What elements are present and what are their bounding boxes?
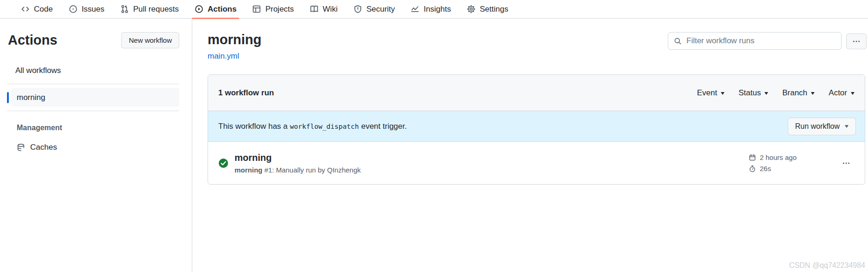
filter-label: Actor — [829, 88, 847, 98]
divider — [7, 84, 179, 84]
tab-pull-requests[interactable]: Pull requests — [112, 0, 187, 18]
kebab-horizontal-icon — [852, 37, 861, 46]
tab-wiki[interactable]: Wiki — [302, 0, 346, 18]
issue-opened-icon — [69, 5, 78, 13]
management-section-label: Management — [17, 124, 179, 132]
kebab-horizontal-icon — [842, 159, 850, 167]
run-workflow-label: Run workflow — [795, 122, 840, 131]
sidebar-item-morning[interactable]: morning — [11, 88, 179, 107]
filter-status[interactable]: Status — [738, 88, 768, 98]
workflow-runs-table: 1 workflow run Event Status Branch Actor — [208, 74, 865, 185]
banner-text: This workflow has aworkflow_dispatcheven… — [218, 122, 407, 131]
tab-label: Actions — [208, 5, 236, 14]
run-timestamp: 2 hours ago — [749, 153, 836, 161]
workflow-dispatch-banner: This workflow has aworkflow_dispatcheven… — [208, 111, 865, 142]
tab-label: Security — [366, 5, 395, 14]
repo-nav: Code Issues Pull requests Actions Projec… — [0, 0, 868, 19]
search-icon — [674, 37, 682, 45]
sidebar-item-caches[interactable]: Caches — [7, 138, 179, 157]
filter-runs-search — [668, 32, 842, 50]
chevron-down-icon — [811, 92, 815, 97]
play-circle-icon — [195, 5, 203, 13]
cache-icon — [17, 143, 25, 152]
tab-insights[interactable]: Insights — [403, 0, 459, 18]
tab-label: Code — [34, 5, 53, 14]
git-pull-request-icon — [120, 5, 129, 13]
chevron-down-icon — [845, 125, 848, 130]
run-name-link[interactable]: morning — [235, 153, 361, 163]
selected-accent-bar — [7, 92, 9, 103]
banner-text-after: event trigger. — [361, 122, 407, 131]
chevron-down-icon — [851, 92, 855, 97]
watermark: CSDN @qq742234984 — [789, 261, 865, 270]
book-icon — [310, 5, 319, 13]
shield-icon — [353, 5, 362, 13]
tab-issues[interactable]: Issues — [61, 0, 112, 18]
filter-label: Status — [738, 88, 761, 98]
tab-code[interactable]: Code — [13, 0, 61, 18]
filter-branch[interactable]: Branch — [782, 88, 815, 98]
actions-sidebar: Actions New workflow All workflows morni… — [0, 19, 192, 272]
run-description: morning #1: Manually run by QInzhengk — [235, 166, 361, 174]
table-icon — [252, 5, 261, 13]
code-icon — [21, 5, 30, 13]
main-content: morning main.yml 1 workflow run Event St… — [192, 19, 868, 272]
banner-text-before: This workflow has a — [218, 122, 287, 131]
check-circle-icon — [218, 158, 228, 168]
chevron-down-icon — [721, 92, 724, 97]
filter-event[interactable]: Event — [697, 88, 724, 98]
divider — [7, 111, 179, 111]
gear-icon — [467, 5, 476, 13]
graph-icon — [411, 5, 419, 13]
stopwatch-icon — [749, 165, 756, 172]
tab-label: Wiki — [323, 5, 338, 14]
run-description-workflow: morning — [235, 166, 262, 174]
runs-table-header: 1 workflow run Event Status Branch Actor — [208, 75, 865, 111]
tab-label: Issues — [82, 5, 104, 14]
tab-label: Projects — [265, 5, 294, 14]
filter-label: Event — [697, 88, 717, 98]
run-duration-value: 26s — [760, 165, 771, 172]
new-workflow-button[interactable]: New workflow — [121, 32, 179, 48]
sidebar-title: Actions — [8, 33, 57, 48]
workflow-options-button[interactable] — [846, 33, 867, 49]
workflow-run-row: morning morning #1: Manually run by QInz… — [208, 142, 865, 184]
tab-projects[interactable]: Projects — [244, 0, 301, 18]
chevron-down-icon — [764, 92, 768, 97]
tab-settings[interactable]: Settings — [459, 0, 516, 18]
run-time-ago: 2 hours ago — [760, 153, 796, 161]
filter-actor[interactable]: Actor — [829, 88, 855, 98]
tab-security[interactable]: Security — [346, 0, 403, 18]
search-input[interactable] — [686, 36, 835, 46]
run-description-detail: #1: Manually run by QInzhengk — [262, 166, 361, 174]
page-title: morning — [208, 31, 261, 49]
banner-code: workflow_dispatch — [290, 123, 359, 130]
run-meta: 2 hours ago 26s — [749, 153, 856, 172]
workflow-file-link[interactable]: main.yml — [208, 52, 239, 61]
run-workflow-button[interactable]: Run workflow — [788, 118, 856, 135]
filter-label: Branch — [782, 88, 807, 98]
tab-label: Settings — [480, 5, 508, 14]
run-filters: Event Status Branch Actor — [697, 88, 855, 98]
run-text: morning morning #1: Manually run by QInz… — [235, 153, 361, 174]
run-options-button[interactable] — [836, 155, 856, 171]
tab-label: Insights — [424, 5, 451, 14]
runs-count: 1 workflow run — [218, 88, 274, 98]
calendar-icon — [749, 154, 756, 161]
sidebar-item-label: Caches — [30, 143, 57, 152]
tab-label: Pull requests — [133, 5, 179, 14]
sidebar-item-all-workflows[interactable]: All workflows — [7, 61, 179, 80]
tab-actions[interactable]: Actions — [187, 0, 244, 18]
run-duration: 26s — [749, 165, 836, 172]
